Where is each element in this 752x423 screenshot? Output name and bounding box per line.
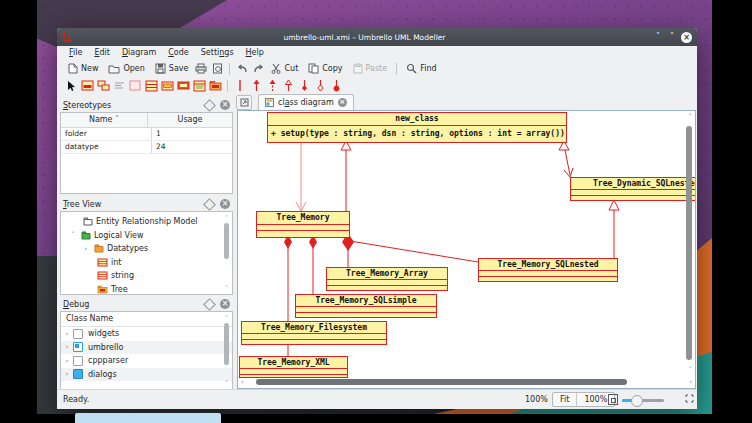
class-tree-dynamic-sqlnested[interactable]: Tree_Dynamic_SQLnested	[570, 177, 696, 201]
class-tree-memory-sqlnested[interactable]: Tree_Memory_SQLnested	[478, 258, 618, 282]
paste-button[interactable]: Paste	[348, 61, 393, 76]
fullscreen-icon[interactable]	[685, 394, 694, 403]
cut-button[interactable]: Cut	[266, 61, 303, 76]
class-tree-memory-array[interactable]: Tree_Memory_Array	[326, 267, 448, 291]
debug-item-widgets[interactable]: › widgets	[61, 327, 232, 341]
chevron-right-icon[interactable]: ›	[82, 245, 90, 253]
menu-settings[interactable]: Settings	[195, 46, 240, 60]
copy-class-tool[interactable]	[95, 78, 111, 93]
scroll-down-icon[interactable]: ˅	[223, 380, 230, 386]
copy-button[interactable]: Copy	[303, 61, 347, 76]
composition-tool[interactable]	[296, 78, 312, 93]
interface-tool[interactable]	[191, 78, 207, 93]
float-panel-icon[interactable]	[203, 198, 216, 211]
menu-code[interactable]: Code	[162, 46, 195, 60]
scrollbar-thumb[interactable]	[256, 379, 627, 385]
menu-help[interactable]: Help	[240, 46, 270, 60]
chevron-right-icon[interactable]: ›	[61, 357, 73, 365]
close-button[interactable]: ×	[681, 32, 692, 43]
close-panel-icon[interactable]: ×	[220, 100, 230, 110]
find-button[interactable]: Find	[401, 61, 441, 76]
column-header-usage[interactable]: Usage	[148, 113, 232, 127]
column-header-name[interactable]: Name ˄	[61, 113, 148, 127]
checkbox-checked[interactable]	[73, 369, 83, 379]
association-line-tool[interactable]	[232, 78, 248, 93]
tree-view-scrollbar[interactable]: ˄ ˅	[223, 215, 230, 291]
new-button[interactable]: New	[63, 61, 103, 76]
debug-item-umbrello[interactable]: › umbrello	[61, 341, 232, 355]
scroll-left-icon[interactable]: ‹	[241, 378, 244, 386]
print-preview-button[interactable]	[209, 61, 225, 76]
package-tool[interactable]	[207, 78, 223, 93]
float-panel-icon[interactable]	[203, 298, 216, 311]
checkbox-unchecked[interactable]	[73, 329, 83, 339]
class-tree-memory[interactable]: Tree_Memory	[256, 211, 350, 238]
tree-view-panel-header[interactable]: Tree View ×	[60, 197, 233, 211]
class-tree-memory-sqlsimple[interactable]: Tree_Memory_SQLsimple	[295, 294, 437, 318]
tree-item-datatypes[interactable]: › Datatypes	[61, 242, 232, 256]
class-tool[interactable]	[143, 78, 159, 93]
scroll-down-icon[interactable]: ˅	[223, 285, 230, 291]
debug-scrollbar[interactable]: ˄ ˅	[223, 315, 230, 386]
scroll-down-icon[interactable]: ˅	[689, 366, 693, 374]
zoom-page-icon[interactable]	[608, 394, 618, 405]
scroll-right-icon[interactable]: ›	[689, 378, 692, 386]
debug-item-dialogs[interactable]: › dialogs	[61, 368, 232, 382]
debug-panel-header[interactable]: Debug ×	[60, 297, 233, 311]
stereotypes-panel-header[interactable]: Stereotypes ×	[60, 98, 233, 112]
table-row[interactable]: folder 1	[61, 128, 232, 141]
scrollbar-thumb[interactable]	[686, 126, 692, 360]
canvas-vertical-scrollbar[interactable]: ˄ ˅	[685, 113, 693, 374]
debug-item-cppparser[interactable]: › cppparser	[61, 354, 232, 368]
zoom-slider[interactable]	[622, 399, 664, 402]
menu-file[interactable]: File	[63, 46, 88, 60]
scrollbar-thumb[interactable]	[224, 323, 229, 365]
class-tree-memory-xml[interactable]: Tree_Memory_XML	[239, 356, 348, 378]
generalization-tool[interactable]	[280, 78, 296, 93]
checkbox-unchecked[interactable]	[73, 356, 83, 366]
scroll-up-icon[interactable]: ˄	[689, 113, 693, 121]
maximize-button[interactable]: ˄	[665, 28, 679, 46]
chevron-down-icon[interactable]: ˅	[69, 231, 77, 239]
detach-tab-button[interactable]	[236, 95, 252, 110]
tree-item-int[interactable]: int	[61, 256, 232, 270]
fit-button[interactable]: Fit	[553, 393, 576, 406]
tree-item-tree[interactable]: Tree	[61, 283, 232, 297]
close-tab-icon[interactable]: ×	[338, 98, 347, 107]
print-button[interactable]	[193, 61, 209, 76]
undo-button[interactable]	[234, 61, 250, 76]
component-tool[interactable]	[175, 78, 191, 93]
align-tool[interactable]	[111, 78, 127, 93]
save-button[interactable]: Save	[150, 61, 194, 76]
redo-button[interactable]	[250, 61, 266, 76]
directed-association-tool[interactable]	[248, 78, 264, 93]
minimize-button[interactable]: ˅	[651, 28, 665, 46]
chevron-right-icon[interactable]: ›	[61, 330, 73, 338]
stereotypes-table-header[interactable]: Name ˄ Usage	[61, 113, 232, 128]
checkbox-partial[interactable]	[73, 342, 83, 352]
float-panel-icon[interactable]	[203, 99, 216, 112]
open-button[interactable]: Open	[103, 61, 149, 76]
titlebar[interactable]: umbrello-uml.xmi – Umbrello UML Modeller…	[57, 28, 697, 46]
canvas-horizontal-scrollbar[interactable]	[250, 378, 681, 386]
menu-diagram[interactable]: Diagram	[116, 46, 162, 60]
debug-column-header[interactable]: Class Name	[61, 312, 232, 327]
chevron-right-icon[interactable]: ›	[61, 343, 73, 351]
diagram-canvas[interactable]: new_class + setup(type : string, dsn : s…	[237, 110, 696, 389]
zoom-slider-handle[interactable]	[631, 395, 643, 407]
chevron-right-icon[interactable]: ›	[61, 370, 73, 378]
tab-class-diagram[interactable]: class diagram ×	[258, 94, 354, 110]
tree-item-entity-relationship-model[interactable]: Entity Relationship Model	[61, 215, 232, 229]
scroll-up-icon[interactable]: ˄	[223, 315, 230, 321]
close-panel-icon[interactable]: ×	[220, 299, 230, 309]
table-row[interactable]: datatype 24	[61, 141, 232, 154]
tree-item-logical-view[interactable]: ˅ Logical View	[61, 229, 232, 243]
box-tool[interactable]	[127, 78, 143, 93]
class-new-class[interactable]: new_class + setup(type : string, dsn : s…	[267, 112, 567, 143]
class-tree-memory-filesystem[interactable]: Tree_Memory_Filesystem	[241, 321, 387, 345]
scroll-up-icon[interactable]: ˄	[223, 215, 230, 221]
select-tool-button[interactable]	[63, 78, 79, 93]
object-tool[interactable]	[159, 78, 175, 93]
aggregation-tool[interactable]	[312, 78, 328, 93]
new-class-tool[interactable]	[79, 78, 95, 93]
